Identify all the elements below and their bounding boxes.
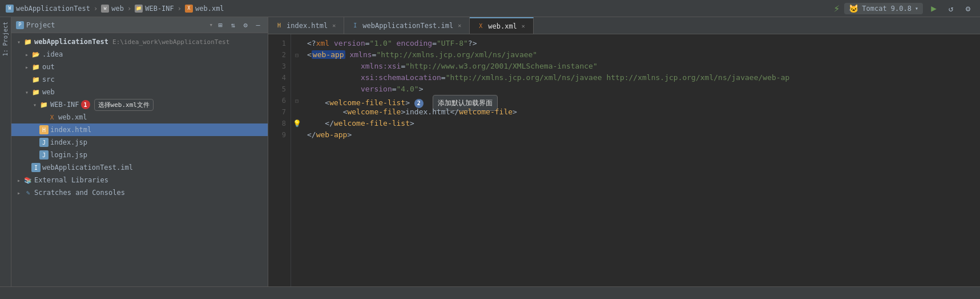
- indexjsp-file-icon: J: [39, 138, 49, 147]
- tab-webxml-label: web.xml: [488, 22, 517, 30]
- l5-indent: [307, 85, 361, 93]
- project-tab-label[interactable]: 1: Project: [1, 17, 10, 61]
- locate-file-btn[interactable]: ⊞: [215, 20, 225, 30]
- sort-btn[interactable]: ⇅: [228, 20, 238, 30]
- out-arrow: [24, 64, 30, 70]
- tab-indexhtml[interactable]: H index.html ✕: [268, 17, 344, 34]
- gutter-2[interactable]: ⊟: [291, 49, 303, 61]
- l1-punct1: <?: [307, 39, 316, 47]
- tree-item-iml[interactable]: I webApplicationTest.iml: [11, 161, 268, 174]
- editor-tabs: H index.html ✕ I webApplicationTest.iml …: [268, 17, 980, 34]
- l1-eq1: =: [365, 39, 370, 47]
- scratches-arrow: [16, 190, 22, 196]
- root-label: webApplicationTest: [34, 38, 108, 46]
- l7-tag: welcome-file: [347, 107, 401, 116]
- tree-item-indexhtml[interactable]: H index.html: [11, 123, 268, 136]
- l1-version-attr: version: [334, 39, 365, 47]
- loginjsp-file-icon: J: [39, 150, 49, 160]
- l7-indent: [307, 107, 343, 116]
- webinf-label: WEB-INF: [50, 101, 79, 109]
- tab-webxml-close[interactable]: ✕: [521, 22, 526, 30]
- project-header-actions: ⊞ ⇅ ⚙ –: [215, 20, 263, 30]
- tree-item-webinf[interactable]: 📁 WEB-INF 1 选择web.xml文件: [11, 98, 268, 111]
- refresh-button[interactable]: ↺: [945, 2, 957, 15]
- l3-val: "http://www.w3.org/2001/XMLSchema-instan…: [405, 62, 598, 70]
- webinf-badge: 1: [81, 100, 90, 109]
- breadcrumb: W webApplicationTest › w web › 📁 WEB-INF…: [6, 5, 224, 13]
- web-icon: w: [101, 5, 109, 13]
- l1-space: [392, 39, 397, 47]
- code-line-2: <web-app xmlns="http://xmlns.jcp.org/xml…: [303, 49, 980, 61]
- code-line-6: <welcome-file-list> 2 添加默认加载界面: [303, 95, 980, 106]
- gutter-6[interactable]: ⊟: [291, 95, 303, 106]
- collapse-btn[interactable]: –: [253, 20, 263, 30]
- code-line-3: xmlns:xsi="http://www.w3.org/2001/XMLSch…: [303, 61, 980, 72]
- tree-item-idea[interactable]: 📂 .idea: [11, 48, 268, 61]
- tree-item-out[interactable]: 📁 out: [11, 61, 268, 73]
- web-arrow: [24, 89, 30, 95]
- l1-punct2: ?>: [468, 39, 477, 47]
- tab-webxml[interactable]: X web.xml ✕: [470, 17, 534, 34]
- settings-gear-btn[interactable]: ⚙: [240, 20, 251, 30]
- l2-xmlns-attr: xmlns: [349, 50, 372, 59]
- code-line-9: </web-app>: [303, 129, 980, 141]
- iml-label: webApplicationTest.iml: [42, 164, 133, 172]
- root-folder-icon: 📁: [23, 37, 33, 46]
- indexjsp-label: index.jsp: [50, 138, 87, 146]
- l6-open: <: [325, 98, 329, 107]
- ln-4: 4: [268, 72, 291, 83]
- webxml-file-icon: X: [47, 113, 57, 122]
- tab-indexhtml-icon: H: [275, 22, 283, 30]
- tree-item-scratches[interactable]: ✎ Scratches and Consoles: [11, 186, 268, 199]
- tree-item-web[interactable]: 📁 web: [11, 86, 268, 98]
- tree-item-loginjsp[interactable]: J login.jsp: [11, 149, 268, 161]
- out-folder-icon: 📁: [31, 62, 41, 71]
- extlibs-label: External Libraries: [34, 176, 108, 184]
- idea-label: .idea: [42, 50, 63, 58]
- tab-iml[interactable]: I webApplicationTest.iml ✕: [344, 17, 470, 34]
- tree-item-webxml[interactable]: X web.xml: [11, 111, 268, 123]
- l5-eq: =: [392, 85, 397, 93]
- code-line-4: xsi:schemaLocation="http://xmlns.jcp.org…: [303, 72, 980, 83]
- l3-indent: [307, 62, 361, 70]
- l1-enc-attr: encoding: [397, 39, 433, 47]
- root-path: E:\idea_work\webApplicationTest: [112, 38, 229, 46]
- bulb-icon-8[interactable]: 💡: [293, 119, 301, 127]
- gutter-8[interactable]: 💡: [291, 118, 303, 129]
- tab-iml-close[interactable]: ✕: [457, 22, 462, 29]
- main-area: 1: Project P Project ▾ ⊞ ⇅ ⚙ – 📁 webAppl…: [0, 17, 980, 286]
- tree-item-src[interactable]: 📁 src: [11, 73, 268, 86]
- editor-area: H index.html ✕ I webApplicationTest.iml …: [268, 17, 980, 286]
- webinf-arrow: [32, 102, 38, 108]
- title-bar: W webApplicationTest › w web › 📁 WEB-INF…: [0, 0, 980, 17]
- tree-item-root[interactable]: 📁 webApplicationTest E:\idea_work\webApp…: [11, 35, 268, 48]
- l4-indent: [307, 73, 361, 82]
- code-line-8: </welcome-file-list>: [303, 118, 980, 129]
- gutter-7: [291, 106, 303, 118]
- tree-item-extlibs[interactable]: 📚 External Libraries: [11, 174, 268, 186]
- l7-content: index.html: [405, 107, 450, 116]
- webinf-icon: 📁: [135, 5, 143, 13]
- indexhtml-file-icon: H: [39, 125, 49, 134]
- web-label: web: [42, 88, 55, 96]
- l8-close: >: [410, 119, 414, 127]
- settings-button[interactable]: ⚙: [962, 2, 974, 15]
- ln-2: 2: [268, 49, 291, 61]
- extlibs-arrow: [16, 177, 22, 184]
- src-label: src: [42, 75, 55, 83]
- run-button[interactable]: ▶: [927, 2, 940, 15]
- root-arrow: [16, 39, 22, 45]
- breadcrumb-sep1: ›: [94, 5, 98, 13]
- l4-attr: xsi:schemaLocation: [361, 73, 441, 82]
- tab-indexhtml-close[interactable]: ✕: [331, 22, 337, 29]
- tree-item-indexjsp[interactable]: J index.jsp: [11, 136, 268, 149]
- run-config[interactable]: 🐱 Tomcat 9.0.8 ▾: [844, 3, 923, 14]
- project-dropdown-arrow[interactable]: ▾: [209, 21, 213, 29]
- code-content[interactable]: <?xml version="1.0" encoding="UTF-8"?> <…: [303, 34, 980, 286]
- breadcrumb-sep2: ›: [127, 5, 131, 13]
- breadcrumb-webinf: WEB-INF: [145, 5, 174, 13]
- scratches-icon: ✎: [23, 188, 33, 197]
- ln-6: 6: [268, 95, 291, 106]
- gutter: ⊟ ⊟ 💡: [291, 34, 303, 286]
- line-numbers: 1 2 3 4 5 6 7 8 9: [268, 34, 291, 286]
